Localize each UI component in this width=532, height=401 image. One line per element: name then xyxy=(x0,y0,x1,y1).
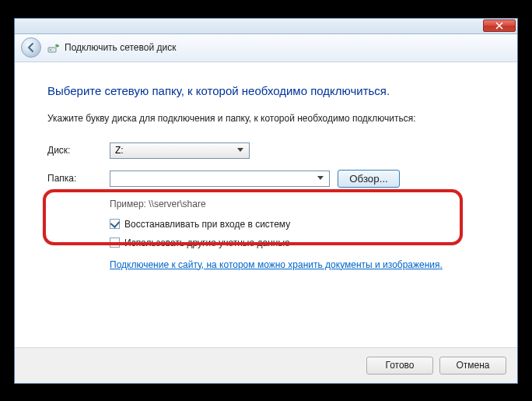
close-button[interactable] xyxy=(483,19,516,32)
dialog-window: Подключить сетевой диск Выберите сетевую… xyxy=(14,18,518,384)
othercreds-label: Использовать другие учетные данные xyxy=(124,237,290,248)
close-icon xyxy=(495,22,503,30)
chevron-down-icon xyxy=(314,176,326,181)
connect-website-link[interactable]: Подключение к сайту, на котором можно хр… xyxy=(110,259,440,270)
reconnect-row: Восстанавливать при входе в систему xyxy=(110,219,485,230)
back-button[interactable] xyxy=(21,37,41,58)
navbar: Подключить сетевой диск xyxy=(15,34,517,62)
link-row: Подключение к сайту, на котором можно хр… xyxy=(110,259,485,270)
footer: Готово Отмена xyxy=(15,347,517,383)
drive-row: Диск: Z: xyxy=(47,142,485,159)
drive-label: Диск: xyxy=(47,145,110,156)
browse-button[interactable]: Обзор... xyxy=(338,170,400,188)
back-arrow-icon xyxy=(26,42,37,53)
folder-label: Папка: xyxy=(47,173,110,184)
titlebar xyxy=(15,19,517,34)
othercreds-checkbox[interactable] xyxy=(110,237,120,248)
example-text: Пример: \\server\share xyxy=(110,199,485,209)
othercreds-row: Использовать другие учетные данные xyxy=(110,237,485,248)
drive-combobox[interactable]: Z: xyxy=(110,142,250,159)
svg-point-1 xyxy=(50,49,51,51)
drive-value: Z: xyxy=(115,145,124,156)
chevron-down-icon xyxy=(234,148,246,153)
reconnect-label: Восстанавливать при входе в систему xyxy=(124,219,290,230)
nav-title-group: Подключить сетевой диск xyxy=(47,41,176,54)
page-heading: Выберите сетевую папку, к которой необхо… xyxy=(47,84,485,97)
finish-button[interactable]: Готово xyxy=(366,357,433,375)
cancel-button[interactable]: Отмена xyxy=(439,357,506,375)
network-drive-icon xyxy=(47,41,60,54)
nav-title: Подключить сетевой диск xyxy=(65,42,176,53)
svg-rect-0 xyxy=(48,47,56,52)
link-period: . xyxy=(440,259,443,270)
reconnect-checkbox[interactable] xyxy=(110,219,120,229)
instruction-text: Укажите букву диска для подключения и па… xyxy=(47,113,485,124)
folder-row: Папка: Обзор... xyxy=(47,170,485,188)
folder-combobox[interactable] xyxy=(110,171,330,187)
content-area: Выберите сетевую папку, к которой необхо… xyxy=(15,62,517,347)
